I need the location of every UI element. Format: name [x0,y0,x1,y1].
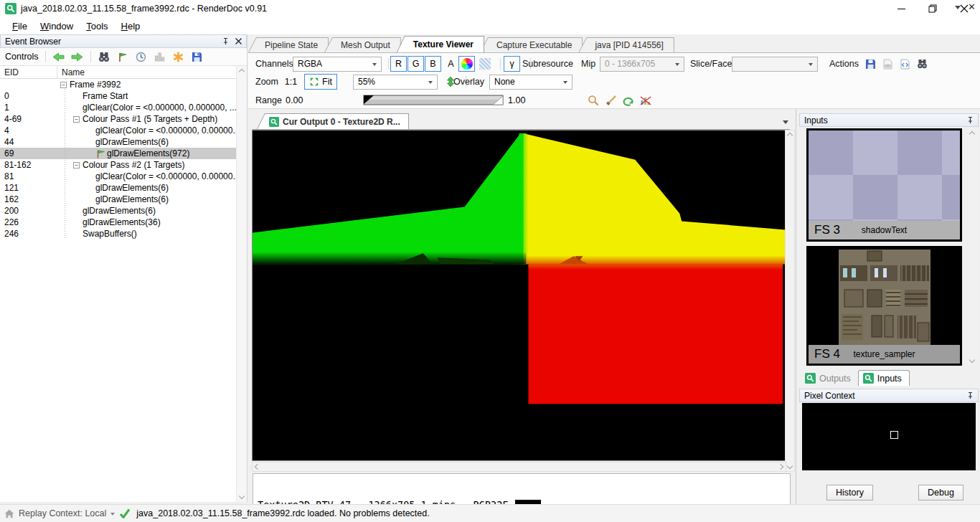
inputs-tab[interactable]: Inputs [858,370,910,386]
slice-face-select[interactable] [732,57,818,72]
mip-select[interactable]: 0 - 1366x705 [600,57,684,72]
event-row[interactable]: 69 − glDrawElements(972) [0,148,247,159]
texture-viewport[interactable] [252,130,786,461]
input-thumbnail-shadowtext[interactable]: FS 3 shadowText [806,128,962,242]
event-name: glDrawElements(6) [95,194,169,204]
checker-backdrop-button[interactable] [476,56,493,72]
event-row[interactable]: 44 − glDrawElements(6) [0,136,247,148]
event-row[interactable]: 162 − glDrawElements(6) [0,194,247,205]
event-row[interactable]: 246 − SwapBuffers() [0,228,247,239]
event-eid: 1 [0,103,57,113]
red-channel-button[interactable]: R [390,56,407,72]
current-output-tab[interactable]: Cur Output 0 - Texture2D R... [257,113,409,129]
texture-list-dropdown-icon[interactable] [783,120,788,124]
viewport-horizontal-scrollbar[interactable] [252,462,786,472]
column-name[interactable]: Name [57,66,85,78]
custom-shader-icon[interactable] [897,57,913,71]
event-row[interactable]: 4-69 − Colour Pass #1 (5 Targets + Depth… [0,113,247,125]
outputs-tab-icon [805,373,816,384]
event-name: glClear(Color = <0.000000, 0.00000... [95,125,240,136]
event-browser-column-header: EID Name [0,66,247,79]
document-tab[interactable]: Texture Viewer [397,36,484,52]
viewport-vertical-scrollbar[interactable] [785,130,795,472]
event-eid: 200 [0,206,57,216]
pixel-context-view[interactable] [802,403,976,470]
fit-arrows-icon [309,77,319,87]
channels-select[interactable]: RGBA [293,57,382,72]
pin-icon[interactable] [220,37,230,47]
event-browser-scrollbar[interactable] [236,66,247,502]
event-row[interactable]: 0 − Frame Start [0,90,247,102]
document-tab[interactable]: Mesh Output [324,37,401,52]
replay-context-label[interactable]: Replay Context: Local [19,508,106,518]
range-min-value[interactable]: 0.00 [286,95,303,105]
goto-location-icon[interactable] [914,57,930,71]
debug-button[interactable]: Debug [918,485,963,500]
pin-icon[interactable] [965,391,975,401]
event-row[interactable]: 81 − glClear(Color = <0.000000, 0.00000.… [0,171,247,182]
outputs-tab[interactable]: Outputs [801,371,858,386]
gamma-button[interactable]: γ [504,56,520,72]
menu-item[interactable]: Tools [80,19,114,34]
menu-item[interactable]: Help [115,19,147,34]
zoom-level-select[interactable]: 55% [353,75,438,90]
column-eid[interactable]: EID [0,66,57,78]
zoom-range-icon[interactable] [585,93,601,108]
input-thumbnail-texture-sampler[interactable]: FS 4 texture_sampler [806,246,962,366]
minimize-button[interactable] [885,0,917,17]
range-max-value[interactable]: 1.00 [508,95,525,105]
event-name: Frame #3992 [70,80,121,90]
event-row[interactable]: 1 − glClear(Color = <0.000000, 0.000000,… [0,102,247,113]
step-back-icon[interactable] [51,49,67,64]
document-tab[interactable]: java [PID 414556] [578,37,674,52]
fit-button[interactable]: Fit [304,74,337,90]
shadowtext-preview [809,130,960,221]
document-tab[interactable]: Capture Executable [480,37,583,52]
zoom-label: Zoom [255,77,278,87]
event-row[interactable]: 226 − glDrawElements(36) [0,217,247,228]
bookmark-flag-icon[interactable] [115,49,131,64]
current-event-flag-icon [95,149,105,158]
close-tab-icon[interactable]: ✕ [968,3,976,11]
custom-action-icon[interactable] [171,49,187,64]
close-panel-icon[interactable] [233,37,243,47]
event-name: glDrawElements(6) [95,183,169,193]
inputs-scrollbar[interactable] [968,128,978,366]
menu-item[interactable]: File [6,19,34,34]
event-row[interactable]: 121 − glDrawElements(6) [0,182,247,194]
document-tab[interactable]: Pipeline State [248,37,329,52]
event-name: glDrawElements(972) [107,148,189,158]
history-button[interactable]: History [826,485,873,500]
picked-pixel-marker [890,431,898,439]
restore-button[interactable] [917,0,948,17]
overlay-select[interactable]: None [489,75,573,90]
green-channel-button[interactable]: G [407,56,424,72]
texture-display-area: Cur Output 0 - Texture2D R... [248,109,796,504]
save-events-icon[interactable] [189,49,205,64]
texture-name: shadowText [809,225,960,235]
histogram-toggle-icon[interactable] [638,93,654,108]
event-row[interactable]: 200 − glDrawElements(6) [0,205,247,217]
pin-icon[interactable] [965,115,975,125]
tab-list-dropdown-icon[interactable] [955,6,961,9]
replay-context-dropdown-icon[interactable] [110,513,115,516]
menu-item[interactable]: Window [34,19,80,34]
event-row[interactable]: − Frame #3992 [0,79,247,90]
blue-channel-button[interactable]: B [425,56,441,72]
status-message: java_2018.02.03_11.15.58_frame3992.rdc l… [136,508,429,518]
save-texture-icon[interactable] [862,57,878,71]
tree-expander-icon[interactable]: − [60,82,67,88]
tree-expander-icon[interactable]: − [73,162,80,169]
event-row[interactable]: 4 − glClear(Color = <0.000000, 0.00000..… [0,125,247,136]
reset-range-icon[interactable] [621,93,636,108]
event-row[interactable]: 81-162 − Colour Pass #2 (1 Targets) [0,159,247,171]
zoom-1-1-button[interactable]: 1:1 [283,74,299,90]
alpha-channel-button[interactable]: A [443,56,459,72]
range-slider[interactable] [363,95,504,106]
timing-clock-icon[interactable] [133,49,149,64]
find-event-icon[interactable] [96,49,112,64]
tree-expander-icon[interactable]: − [73,116,80,123]
color-wheel-button[interactable] [458,56,475,72]
autofit-wand-icon[interactable] [603,93,619,108]
step-forward-icon[interactable] [70,49,85,64]
